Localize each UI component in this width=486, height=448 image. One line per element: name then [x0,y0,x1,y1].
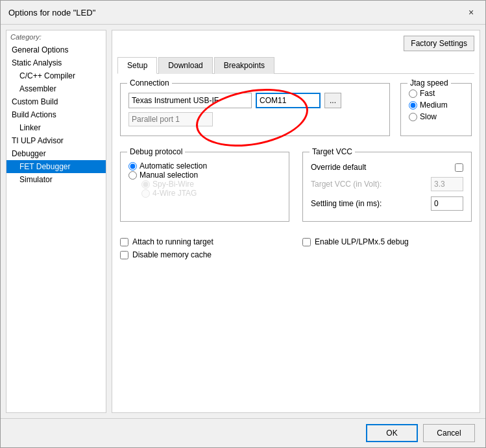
sidebar: Category: General Options Static Analysi… [6,30,106,413]
target-vcc-label: Target VCC [310,147,355,156]
checkboxes-left: Attach to running target Disable memory … [120,233,289,259]
attach-to-running-checkbox[interactable] [120,238,128,246]
debug-protocol-label: Debug protocol [127,147,185,156]
tabs: Setup Download Breakpoints [117,56,474,74]
sidebar-item-cpp-compiler[interactable]: C/C++ Compiler [6,69,106,82]
auto-selection-radio[interactable] [128,162,137,171]
enable-ulp-label[interactable]: Enable ULP/LPMx.5 debug [302,237,472,246]
jtag-fast-radio[interactable] [409,89,417,98]
ok-button[interactable]: OK [366,424,418,442]
attach-to-running-text: Attach to running target [132,237,213,246]
vcc-volt-label: Target VCC (in Volt): [311,180,382,189]
spy-bi-wire-radio[interactable] [141,180,150,189]
vcc-volt-input[interactable] [431,177,463,191]
enable-ulp-checkbox[interactable] [302,238,311,246]
sidebar-item-simulator[interactable]: Simulator [6,173,106,186]
sidebar-item-build-actions[interactable]: Build Actions [6,108,106,121]
manual-selection-label[interactable]: Manual selection [128,171,281,180]
category-label: Category: [6,30,106,43]
manual-selection-text: Manual selection [140,171,198,180]
device-select-wrapper: Texas Instrument USB-IF [128,93,252,108]
override-label: Override default [311,163,366,172]
debug-protocol-section: Debug protocol Automatic selection Manua… [120,152,289,222]
tab-content: Connection Texas Instrument USB-IF ... [117,80,474,407]
disable-memory-cache-label[interactable]: Disable memory cache [120,250,289,259]
title-bar: Options for node "LED" × [1,1,485,25]
main-panel: Factory Settings Setup Download Breakpoi… [112,30,480,413]
settling-time-label: Settling time (in ms): [311,199,382,208]
tab-download[interactable]: Download [158,57,212,74]
dialog-body: Category: General Options Static Analysi… [1,25,485,418]
enable-ulp-text: Enable ULP/LPMx.5 debug [315,237,409,246]
checkboxes-right: Enable ULP/LPMx.5 debug [302,233,472,259]
four-wire-radio[interactable] [141,189,150,198]
target-vcc-section: Target VCC Override default Target VCC (… [302,152,472,222]
jtag-medium-text: Medium [420,100,448,110]
connection-label: Connection [127,78,172,88]
connection-row: Texas Instrument USB-IF ... [128,93,382,108]
dialog-footer: OK Cancel [1,418,485,447]
attach-to-running-label[interactable]: Attach to running target [120,237,289,246]
sidebar-item-static-analysis[interactable]: Static Analysis [6,56,106,69]
disable-memory-cache-checkbox[interactable] [120,251,128,259]
tab-breakpoints[interactable]: Breakpoints [214,57,274,74]
jtag-slow-label[interactable]: Slow [409,112,463,121]
jtag-slow-text: Slow [420,112,437,121]
cancel-button[interactable]: Cancel [423,424,475,442]
disable-memory-cache-text: Disable memory cache [132,250,212,259]
sidebar-item-linker[interactable]: Linker [6,121,106,134]
settling-time-input[interactable] [431,196,463,211]
sidebar-item-general-options[interactable]: General Options [6,43,106,56]
sidebar-item-assembler[interactable]: Assembler [6,82,106,95]
tab-setup[interactable]: Setup [117,57,157,74]
vcc-volt-row: Target VCC (in Volt): [311,177,463,191]
settling-time-row: Settling time (in ms): [311,196,463,211]
sidebar-item-fet-debugger[interactable]: FET Debugger [6,160,106,173]
jtag-medium-label[interactable]: Medium [409,100,463,110]
spy-bi-wire-text: Spy-Bi-Wire [152,180,194,189]
browse-button[interactable]: ... [324,93,341,108]
jtag-options: Fast Medium Slow [409,89,463,121]
parallel-row [128,112,382,126]
four-wire-text: 4-Wire JTAG [152,189,197,198]
auto-selection-text: Automatic selection [140,161,207,171]
override-row: Override default [311,163,463,172]
auto-selection-label[interactable]: Automatic selection [128,161,281,171]
sidebar-item-custom-build[interactable]: Custom Build [6,95,106,108]
com-port-input[interactable] [256,93,321,108]
dialog-title: Options for node "LED" [8,8,95,18]
protocol-vcc-row: Debug protocol Automatic selection Manua… [120,152,472,230]
jtag-medium-radio[interactable] [409,101,417,110]
jtag-fast-label[interactable]: Fast [409,89,463,98]
parallel-port-input[interactable] [128,112,213,126]
device-select[interactable]: Texas Instrument USB-IF [128,93,252,108]
jtag-speed-label: Jtag speed [407,78,451,88]
spy-bi-wire-label[interactable]: Spy-Bi-Wire [128,180,281,189]
connection-section: Connection Texas Instrument USB-IF ... [120,83,390,136]
factory-settings-button[interactable]: Factory Settings [404,36,474,51]
sidebar-item-debugger[interactable]: Debugger [6,147,106,160]
factory-btn-row: Factory Settings [117,36,474,51]
dialog: Options for node "LED" × Category: Gener… [0,0,486,448]
jtag-speed-section: Jtag speed Fast Medium Slow [400,83,472,136]
override-checkbox[interactable] [455,163,463,172]
checkboxes-row: Attach to running target Disable memory … [120,233,472,259]
sidebar-item-ti-ulp[interactable]: TI ULP Advisor [6,134,106,147]
close-button[interactable]: × [465,6,478,19]
manual-selection-radio[interactable] [128,171,137,180]
four-wire-label[interactable]: 4-Wire JTAG [128,189,281,198]
jtag-slow-radio[interactable] [409,113,417,121]
jtag-fast-text: Fast [420,89,435,98]
